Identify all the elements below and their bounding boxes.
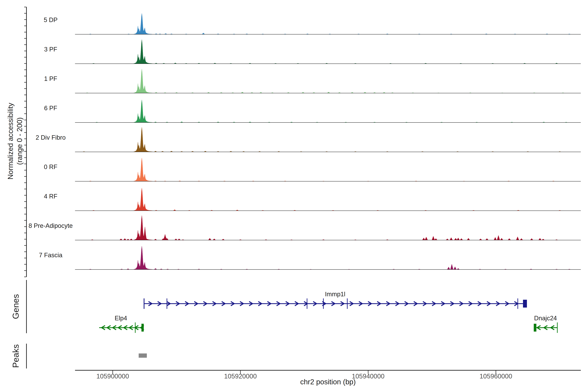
signal-track-5 [75,128,581,152]
x-axis-title: chr2 position (bp) [300,378,356,386]
peaks-section-label: Peaks [11,344,20,368]
gene-exon-box-Immp1l [523,300,527,308]
gene-label-Elp4: Elp4 [115,315,127,322]
signal-track-9 [75,246,581,270]
x-tick-label-2: 105920000 [224,372,257,380]
track-label-8: 8 Pre-Adipocyte [28,222,73,229]
gene-label-Dnajc24: Dnajc24 [534,315,557,322]
genes-section-label: Genes [11,294,20,319]
track-label-5: 2 Div Fibro [36,134,66,141]
track-label-9: 7 Fascia [39,252,62,259]
track-label-3: 1 PF [44,75,57,82]
peak-box-1 [139,354,147,358]
y-axis-label: Normalized accessibility (range 0 - 200) [6,103,24,179]
track-label-2: 3 PF [44,46,57,53]
signal-track-1 [75,14,581,34]
signal-track-4 [75,100,581,123]
signal-track-7 [75,188,581,211]
genome-browser-figure: Normalized accessibility (range 0 - 200)… [0,0,588,392]
y-axis-label-line2: (range 0 - 200) [15,103,24,179]
signal-track-6 [75,158,581,181]
gene-exon-box-Dnajc24 [534,324,536,332]
signal-track-3 [75,69,581,93]
x-tick-label-3: 105940000 [352,372,384,380]
tracks-plot [0,0,588,392]
x-tick-label-4: 105960000 [480,372,512,380]
track-label-4: 6 PF [44,105,57,112]
y-axis-label-line1: Normalized accessibility [6,103,15,179]
gene-label-Immp1l: Immp1l [325,291,346,298]
x-tick-label-1: 105900000 [96,372,129,380]
gene-exon-box-Elp4 [142,324,144,332]
track-label-6: 0 RF [44,164,57,170]
track-label-1: 5 DP [44,16,58,24]
signal-track-8 [75,216,581,240]
track-label-7: 4 RF [44,193,57,200]
signal-track-2 [75,40,581,64]
